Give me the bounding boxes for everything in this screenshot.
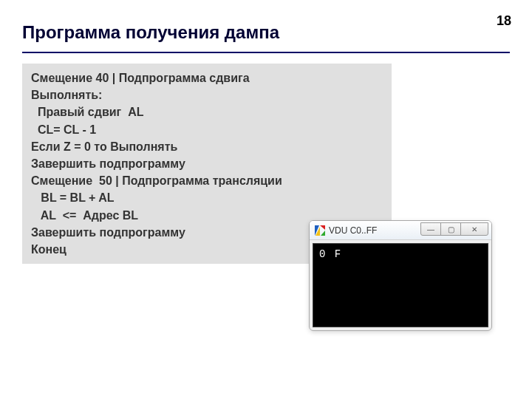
code-line: Смещение 40 | Подпрограмма сдвига [31, 69, 383, 86]
vdu-window: VDU C0..FF — ▢ ✕ 0 F [309, 220, 492, 331]
vdu-title-text: VDU C0..FF [329, 225, 377, 236]
code-line: Завершить подпрограмму [31, 155, 383, 172]
maximize-button[interactable]: ▢ [440, 222, 461, 236]
vdu-output-area: 0 F [313, 243, 488, 327]
minimize-button[interactable]: — [420, 222, 441, 236]
vdu-output-text: 0 F [319, 248, 342, 260]
code-line: Правый сдвиг AL [31, 103, 383, 120]
code-line: Выполнять: [31, 86, 383, 103]
svg-marker-2 [321, 231, 325, 236]
minimize-icon: — [427, 225, 434, 233]
vdu-titlebar[interactable]: VDU C0..FF — ▢ ✕ [310, 221, 491, 240]
code-line: Если Z = 0 то Выполнять [31, 138, 383, 155]
code-line: Смещение 50 | Подпрограмма трансляции [31, 172, 383, 189]
svg-marker-1 [320, 225, 325, 230]
close-icon: ✕ [471, 225, 477, 233]
window-controls: — ▢ ✕ [421, 222, 488, 236]
maximize-icon: ▢ [448, 225, 454, 233]
app-icon [314, 225, 326, 236]
code-line: BL = BL + AL [31, 189, 383, 206]
page-number: 18 [497, 13, 511, 29]
slide-title: Программа получения дампа [22, 22, 279, 43]
close-button[interactable]: ✕ [460, 222, 488, 236]
code-line: CL= CL - 1 [31, 121, 383, 138]
title-underline [22, 52, 510, 53]
